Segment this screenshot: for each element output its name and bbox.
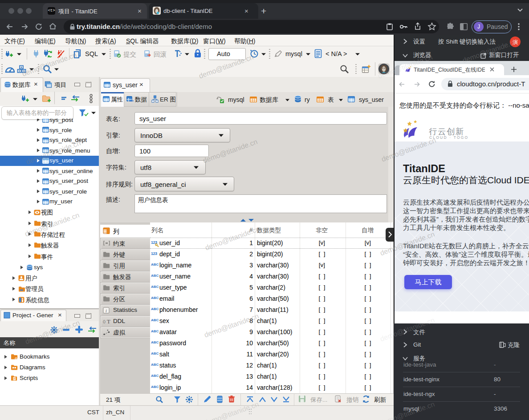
svg-text:T: T (107, 318, 110, 324)
svg-text:<>: <> (130, 99, 134, 102)
svg-text:〈〉: 〈〉 (103, 319, 106, 324)
svg-text:i: i (106, 308, 107, 313)
